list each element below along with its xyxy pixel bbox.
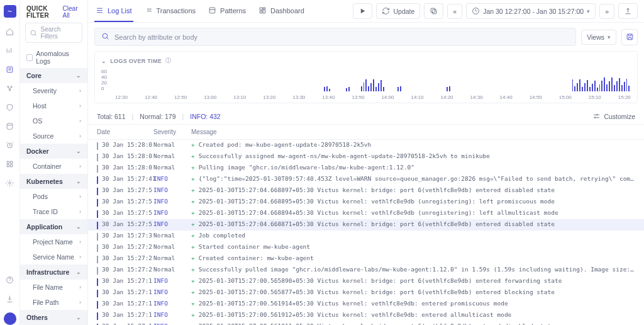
copy-icon (430, 7, 438, 15)
metrics-icon[interactable] (5, 45, 15, 55)
upload-icon (624, 7, 632, 15)
tab-log-list[interactable]: Log List (94, 0, 133, 22)
filter-group[interactable]: Kubernetes⌄ (20, 174, 87, 189)
log-search-input[interactable]: Search by attribute or body (94, 28, 576, 46)
play-icon (358, 7, 367, 15)
grid-icon[interactable] (5, 159, 15, 169)
svg-rect-15 (431, 8, 436, 13)
export-button[interactable] (618, 3, 638, 19)
filter-group[interactable]: Others⌄ (20, 310, 87, 325)
stats-bar: Total: 611 | Normal: 179 | INFO: 432 Cus… (88, 108, 644, 125)
log-table-body: 30 Jan 15:28:0Normal+Created pod: mw-kub… (88, 140, 644, 325)
dashboard-icon (258, 6, 267, 14)
svg-rect-18 (627, 34, 633, 40)
table-row[interactable]: 30 Jan 15:27:5INFO+2025-01-30T15:27:04.6… (88, 197, 644, 208)
install-icon[interactable] (5, 294, 15, 304)
list-icon (96, 6, 104, 14)
filter-item[interactable]: Source› (20, 128, 87, 144)
shield-icon[interactable] (5, 102, 15, 112)
nav-rail: ~ (0, 0, 20, 325)
gear-icon[interactable] (5, 178, 15, 188)
home-icon[interactable] (5, 26, 15, 37)
filter-item[interactable]: Service Name› (20, 249, 87, 265)
checkbox-icon (26, 54, 33, 61)
table-row[interactable]: 30 Jan 15:28:0Normal+Created pod: mw-kub… (88, 140, 644, 151)
traces-icon[interactable] (5, 83, 15, 93)
svg-rect-8 (7, 164, 9, 166)
table-row[interactable]: 30 Jan 15:28:0Normal+Successfully assign… (88, 151, 644, 162)
table-row[interactable]: 30 Jan 15:27:41INFO+{"log":"time=2025-01… (88, 174, 644, 185)
logo: ~ (4, 5, 16, 18)
play-button[interactable] (353, 3, 372, 19)
table-row[interactable]: 30 Jan 15:27:1INFO+2025-01-30T15:27:00.5… (88, 321, 644, 325)
filter-item[interactable]: Trace ID› (20, 204, 87, 219)
svg-rect-14 (433, 9, 437, 13)
filter-item[interactable]: Pods› (20, 189, 87, 204)
anomalous-logs-toggle[interactable]: Anomalous Logs (20, 47, 87, 68)
views-dropdown[interactable]: Views▾ (581, 30, 616, 45)
search-icon (30, 29, 38, 37)
search-icon (101, 32, 109, 42)
copy-button[interactable] (424, 3, 443, 19)
table-row[interactable]: 30 Jan 15:28:0Normal+Pulling image "ghcr… (88, 162, 644, 174)
filter-item[interactable]: Host› (20, 98, 87, 113)
tab-transactions[interactable]: Transactions (143, 0, 197, 22)
table-row[interactable]: 30 Jan 15:27:5INFO+2025-01-30T15:27:04.6… (88, 208, 644, 219)
filter-group[interactable]: Core⌄ (20, 68, 87, 83)
patterns-icon (208, 6, 216, 14)
table-row[interactable]: 30 Jan 15:27:2Normal+Successfully pulled… (88, 265, 644, 276)
refresh-icon (382, 7, 390, 15)
clear-all-link[interactable]: Clear All (63, 5, 81, 19)
quick-filter-sidebar: QUICK FILTER Clear All Search Filters An… (20, 0, 88, 325)
table-row[interactable]: 30 Jan 15:27:1INFO+2025-01-30T15:27:00.5… (88, 287, 644, 299)
chart-bars (115, 69, 631, 91)
tab-patterns[interactable]: Patterns (207, 0, 247, 22)
table-row[interactable]: 30 Jan 15:27:1INFO+2025-01-30T15:27:00.5… (88, 299, 644, 310)
filter-item[interactable]: OS› (20, 113, 87, 128)
table-row[interactable]: 30 Jan 15:27:2Normal+Created container: … (88, 253, 644, 265)
chart-x-axis: 12:3012:4012:5013:0013:1013:2013:3013:40… (115, 94, 631, 100)
log-table-header: Date Severity Message (88, 125, 644, 140)
table-row[interactable]: 30 Jan 15:27:1INFO+2025-01-30T15:27:00.5… (88, 276, 644, 287)
help-icon[interactable] (5, 275, 15, 285)
forward-button[interactable]: » (599, 4, 614, 19)
svg-rect-13 (209, 8, 215, 13)
filter-group[interactable]: Infrastructure⌄ (20, 265, 87, 280)
filter-item[interactable]: File Path› (20, 295, 87, 310)
avatar[interactable] (4, 312, 16, 325)
svg-rect-6 (7, 161, 9, 163)
filter-item[interactable]: Severity› (20, 83, 87, 98)
clock-icon (472, 7, 480, 15)
table-row[interactable]: 30 Jan 15:27:5INFO+2025-01-30T15:27:04.6… (88, 185, 644, 197)
filter-item[interactable]: Project Name› (20, 234, 87, 249)
svg-rect-0 (7, 67, 13, 72)
filter-group[interactable]: Docker⌄ (20, 144, 87, 159)
filter-item[interactable]: File Name› (20, 280, 87, 295)
logs-over-time-chart: ⌄LOGS OVER TIMEⓘ 6040200 12:3012:4012:50… (94, 51, 638, 103)
svg-point-17 (103, 33, 108, 38)
chart-y-axis: 6040200 (101, 69, 114, 91)
table-row[interactable]: 30 Jan 15:27:1INFO+2025-01-30T15:27:00.5… (88, 310, 644, 321)
filter-search[interactable]: Search Filters (25, 23, 82, 43)
update-button[interactable]: Update (376, 3, 420, 19)
filter-item[interactable]: Container› (20, 159, 87, 174)
filter-group[interactable]: Application⌄ (20, 219, 87, 234)
tab-dashboard[interactable]: Dashboard (257, 0, 306, 22)
svg-rect-7 (11, 161, 13, 163)
collapse-icon[interactable]: ⌄ (101, 58, 106, 64)
sliders-icon (592, 112, 601, 120)
save-view-button[interactable] (621, 29, 638, 45)
alarm-icon[interactable] (5, 140, 15, 150)
chevron-down-icon: ▾ (608, 34, 611, 40)
table-row[interactable]: 30 Jan 15:27:5INFO+2025-01-30T15:27:04.6… (88, 219, 644, 231)
table-row[interactable]: 30 Jan 15:27:2Normal+Started container m… (88, 242, 644, 253)
svg-rect-9 (11, 164, 13, 166)
info-icon[interactable]: ⓘ (165, 57, 171, 65)
time-range-picker[interactable]: Jan 30 12:27:00 - Jan 30 15:27:00▾ (466, 3, 596, 19)
customize-button[interactable]: Customize (592, 112, 635, 120)
logs-icon[interactable] (5, 64, 15, 74)
rewind-button[interactable]: « (447, 4, 462, 19)
database-icon[interactable] (5, 121, 15, 131)
table-row[interactable]: 30 Jan 15:27:3Normal+Job completed (88, 231, 644, 242)
svg-point-4 (7, 123, 13, 125)
